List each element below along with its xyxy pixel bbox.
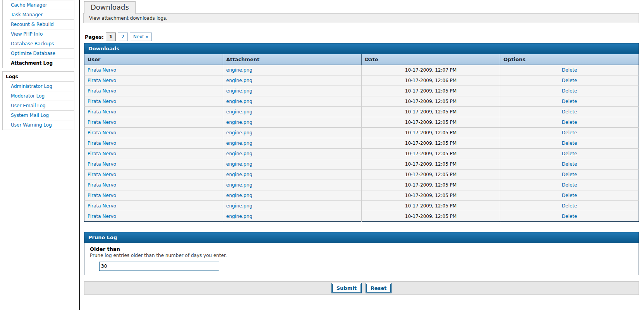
sidebar-item[interactable]: Optimize Database [10, 48, 74, 58]
logs-menu-list: Administrator Log Moderator Log User Ema… [3, 81, 74, 130]
sidebar-item[interactable]: Administrator Log [10, 81, 74, 91]
options-cell: Delete [500, 107, 639, 117]
delete-link[interactable]: Delete [562, 151, 577, 156]
attachment-link[interactable]: engine.png [226, 140, 252, 146]
downloads-table: Downloads User Attachment Date Options P… [84, 43, 639, 222]
table-row: Pirata Nervo engine.png 10-17-2009, 12:0… [84, 107, 639, 117]
user-link[interactable]: Pirata Nervo [88, 214, 116, 219]
attachment-link[interactable]: engine.png [226, 172, 252, 177]
attachment-link[interactable]: engine.png [226, 193, 252, 198]
sidebar-item-link[interactable]: View PHP Info [10, 29, 74, 39]
attachment-cell: engine.png [223, 75, 362, 86]
sidebar-item[interactable]: User Warning Log [10, 120, 74, 130]
user-link[interactable]: Pirata Nervo [88, 78, 116, 83]
date-cell: 10-17-2009, 12:05 PM [362, 107, 500, 117]
user-link[interactable]: Pirata Nervo [88, 99, 116, 104]
attachment-link[interactable]: engine.png [226, 120, 252, 125]
delete-link[interactable]: Delete [562, 172, 577, 177]
date-cell: 10-17-2009, 12:05 PM [362, 170, 500, 180]
attachment-link[interactable]: engine.png [226, 99, 252, 104]
sidebar-item[interactable]: View PHP Info [10, 29, 74, 39]
sidebar-item-link[interactable]: User Warning Log [10, 120, 74, 130]
sidebar-item[interactable]: Task Manager [10, 10, 74, 19]
sidebar-item[interactable]: Cache Manager [10, 0, 74, 10]
prune-title-row: Prune Log [84, 232, 639, 243]
sidebar-item-link[interactable]: Moderator Log [10, 91, 74, 101]
sidebar-item[interactable]: Moderator Log [10, 91, 74, 101]
attachment-link[interactable]: engine.png [226, 203, 252, 209]
sidebar-item-link[interactable]: Task Manager [10, 10, 74, 19]
sidebar-item-link[interactable]: Cache Manager [10, 0, 74, 10]
options-cell: Delete [500, 149, 639, 159]
page-list: 1 2 [106, 33, 128, 41]
sidebar-item[interactable]: Attachment Log [10, 58, 74, 68]
delete-link[interactable]: Delete [562, 193, 577, 198]
older-than-input[interactable] [99, 262, 219, 271]
delete-link[interactable]: Delete [562, 67, 577, 73]
sidebar-item[interactable]: System Mail Log [10, 110, 74, 120]
reset-button[interactable]: Reset [366, 283, 392, 293]
table-row: Pirata Nervo engine.png 10-17-2009, 12:0… [84, 190, 639, 201]
tab-downloads[interactable]: Downloads [84, 1, 136, 14]
delete-link[interactable]: Delete [562, 109, 577, 115]
user-link[interactable]: Pirata Nervo [88, 182, 116, 188]
sidebar-item-link[interactable]: Attachment Log [10, 58, 74, 68]
older-than-description: Prune log entries older than the number … [90, 253, 633, 258]
user-link[interactable]: Pirata Nervo [88, 88, 116, 94]
delete-link[interactable]: Delete [562, 161, 577, 167]
sidebar-item-link[interactable]: System Mail Log [10, 111, 74, 120]
delete-link[interactable]: Delete [562, 120, 577, 125]
user-link[interactable]: Pirata Nervo [88, 120, 116, 125]
options-cell: Delete [500, 180, 639, 190]
date-cell: 10-17-2009, 12:05 PM [362, 96, 500, 107]
delete-link[interactable]: Delete [562, 182, 577, 188]
submit-button[interactable]: Submit [331, 283, 362, 293]
sidebar-item[interactable]: User Email Log [10, 101, 74, 110]
sidebar-item-link[interactable]: Administrator Log [10, 82, 74, 91]
sidebar-item-link[interactable]: Database Backups [10, 39, 74, 48]
user-link[interactable]: Pirata Nervo [88, 67, 116, 73]
sidebar-item-link[interactable]: Recount & Rebuild [10, 20, 74, 29]
sidebar-item-link[interactable]: Optimize Database [10, 49, 74, 58]
user-cell: Pirata Nervo [84, 211, 223, 222]
prune-field-cell: Older than Prune log entries older than … [84, 243, 639, 275]
attachment-link[interactable]: engine.png [226, 88, 252, 94]
page-button[interactable]: 2 [118, 33, 128, 41]
user-link[interactable]: Pirata Nervo [88, 172, 116, 177]
delete-link[interactable]: Delete [562, 140, 577, 146]
page-button[interactable]: 1 [106, 33, 116, 41]
sidebar-item[interactable]: Recount & Rebuild [10, 19, 74, 29]
next-page-button[interactable]: Next » [130, 33, 152, 41]
user-cell: Pirata Nervo [84, 117, 223, 128]
user-link[interactable]: Pirata Nervo [88, 193, 116, 198]
user-link[interactable]: Pirata Nervo [88, 109, 116, 115]
delete-link[interactable]: Delete [562, 88, 577, 94]
user-link[interactable]: Pirata Nervo [88, 140, 116, 146]
user-link[interactable]: Pirata Nervo [88, 203, 116, 209]
delete-link[interactable]: Delete [562, 78, 577, 83]
prune-log-panel: Prune Log Older than Prune log entries o… [84, 232, 639, 275]
delete-link[interactable]: Delete [562, 203, 577, 209]
sidebar-item-link[interactable]: User Email Log [10, 101, 74, 110]
attachment-link[interactable]: engine.png [226, 151, 252, 156]
user-cell: Pirata Nervo [84, 96, 223, 107]
attachment-link[interactable]: engine.png [226, 130, 252, 135]
attachment-link[interactable]: engine.png [226, 214, 252, 219]
delete-link[interactable]: Delete [562, 130, 577, 135]
user-cell: Pirata Nervo [84, 201, 223, 211]
attachment-link[interactable]: engine.png [226, 109, 252, 115]
sidebar-item[interactable]: Database Backups [10, 39, 74, 48]
attachment-link[interactable]: engine.png [226, 182, 252, 188]
delete-link[interactable]: Delete [562, 214, 577, 219]
date-cell: 10-17-2009, 12:05 PM [362, 159, 500, 170]
attachment-link[interactable]: engine.png [226, 161, 252, 167]
options-cell: Delete [500, 138, 639, 149]
user-link[interactable]: Pirata Nervo [88, 151, 116, 156]
attachment-cell: engine.png [223, 86, 362, 96]
attachment-link[interactable]: engine.png [226, 67, 252, 73]
delete-link[interactable]: Delete [562, 99, 577, 104]
attachment-link[interactable]: engine.png [226, 78, 252, 83]
user-link[interactable]: Pirata Nervo [88, 161, 116, 167]
user-cell: Pirata Nervo [84, 107, 223, 117]
user-link[interactable]: Pirata Nervo [88, 130, 116, 135]
